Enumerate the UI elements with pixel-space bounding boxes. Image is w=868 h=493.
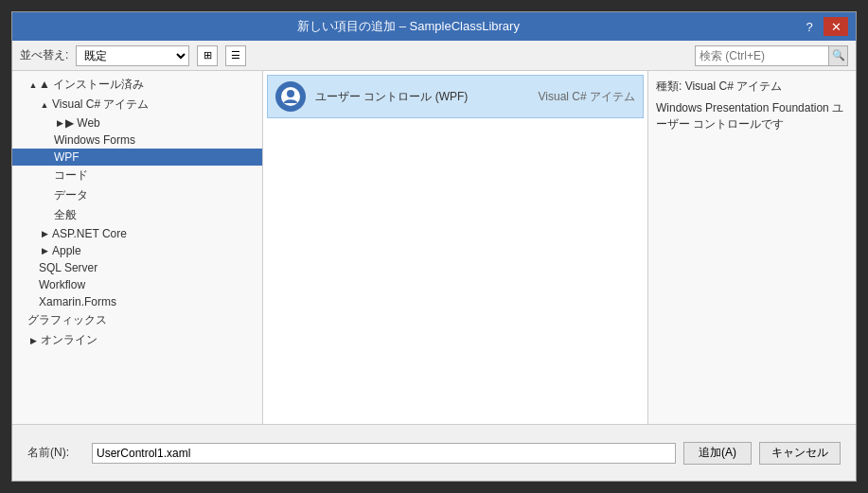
dialog-title: 新しい項目の追加 – SampleClassLibrary (20, 18, 797, 35)
search-box: 🔍 (695, 45, 848, 66)
close-button[interactable]: ✕ (824, 17, 848, 36)
toolbar: 並べ替え: 既定 ⊞ ☰ 🔍 (12, 41, 856, 71)
web-label: ▶ Web (65, 116, 100, 130)
sort-select[interactable]: 既定 (76, 45, 189, 66)
tree-installed[interactable]: ▲ ▲ インストール済み (12, 75, 262, 95)
sql-server-label: SQL Server (39, 261, 97, 274)
sort-label: 並べ替え: (20, 47, 68, 63)
item-category: Visual C# アイテム (539, 89, 635, 105)
installed-label: ▲ インストール済み (39, 77, 144, 93)
tree-workflow[interactable]: Workflow (12, 276, 262, 293)
title-bar-controls: ? ✕ (797, 17, 848, 36)
kind-label: 種類: Visual C# アイテム (656, 79, 848, 95)
tree-visual-cs[interactable]: ▲ Visual C# アイテム (12, 95, 262, 114)
left-panel: ▲ ▲ インストール済み ▲ Visual C# アイテム ▶ ▶ Web Wi… (12, 71, 263, 424)
visual-cs-arrow-icon: ▲ (39, 99, 50, 111)
bottom-buttons: 追加(A) キャンセル (683, 442, 841, 465)
add-button[interactable]: 追加(A) (683, 442, 752, 465)
tree-online[interactable]: ▶ オンライン (12, 330, 262, 350)
svg-point-0 (287, 90, 294, 97)
apple-arrow-icon: ▶ (39, 245, 50, 256)
workflow-label: Workflow (39, 278, 85, 291)
aspnet-arrow-icon: ▶ (39, 228, 50, 239)
filename-input[interactable] (92, 443, 676, 464)
xamarin-label: Xamarin.Forms (39, 295, 116, 308)
list-view-button[interactable]: ☰ (225, 45, 246, 66)
visual-cs-label: Visual C# アイテム (52, 97, 149, 113)
online-arrow-icon: ▶ (27, 335, 39, 346)
windows-forms-label: Windows Forms (54, 133, 135, 147)
all-label: 全般 (54, 207, 77, 223)
cancel-button[interactable]: キャンセル (759, 442, 841, 465)
aspnet-label: ASP.NET Core (52, 227, 127, 240)
title-bar: 新しい項目の追加 – SampleClassLibrary ? ✕ (12, 12, 856, 41)
code-label: コード (54, 167, 88, 184)
main-content: ▲ ▲ インストール済み ▲ Visual C# アイテム ▶ ▶ Web Wi… (12, 71, 856, 424)
dialog: 新しい項目の追加 – SampleClassLibrary ? ✕ 並べ替え: … (11, 11, 857, 482)
data-label: データ (54, 187, 88, 203)
center-panel: ユーザー コントロール (WPF) Visual C# アイテム (263, 71, 647, 424)
tree-data[interactable]: データ (12, 185, 262, 205)
tree-aspnet[interactable]: ▶ ASP.NET Core (12, 225, 262, 242)
tree-apple[interactable]: ▶ Apple (12, 242, 262, 259)
bottom-bar: 名前(N): 追加(A) キャンセル (12, 424, 856, 481)
help-button[interactable]: ? (797, 17, 822, 36)
grid-view-button[interactable]: ⊞ (197, 45, 218, 66)
tree-graphics[interactable]: グラフィックス (12, 310, 262, 330)
apple-label: Apple (52, 244, 81, 257)
item-name: ユーザー コントロール (WPF) (315, 89, 529, 105)
item-icon (275, 81, 306, 112)
item-row[interactable]: ユーザー コントロール (WPF) Visual C# アイテム (267, 75, 644, 118)
online-label: オンライン (41, 332, 97, 348)
tree-sql-server[interactable]: SQL Server (12, 259, 262, 276)
web-arrow-icon: ▶ (54, 117, 65, 129)
tree-web[interactable]: ▶ ▶ Web (12, 114, 262, 132)
installed-arrow-icon: ▲ (27, 79, 39, 91)
description-text: Windows Presentation Foundation ユーザー コント… (656, 100, 848, 132)
person-icon (281, 87, 300, 106)
search-icon[interactable]: 🔍 (828, 46, 847, 65)
search-input[interactable] (696, 49, 828, 62)
right-panel: 種類: Visual C# アイテム Windows Presentation … (647, 71, 856, 424)
wpf-label: WPF (54, 150, 80, 164)
graphics-label: グラフィックス (27, 312, 107, 328)
tree-windows-forms[interactable]: Windows Forms (12, 132, 262, 149)
tree-code[interactable]: コード (12, 166, 262, 185)
filename-label: 名前(N): (27, 445, 84, 461)
tree-xamarin[interactable]: Xamarin.Forms (12, 293, 262, 310)
tree-wpf[interactable]: WPF (12, 149, 262, 166)
tree-all[interactable]: 全般 (12, 205, 262, 225)
